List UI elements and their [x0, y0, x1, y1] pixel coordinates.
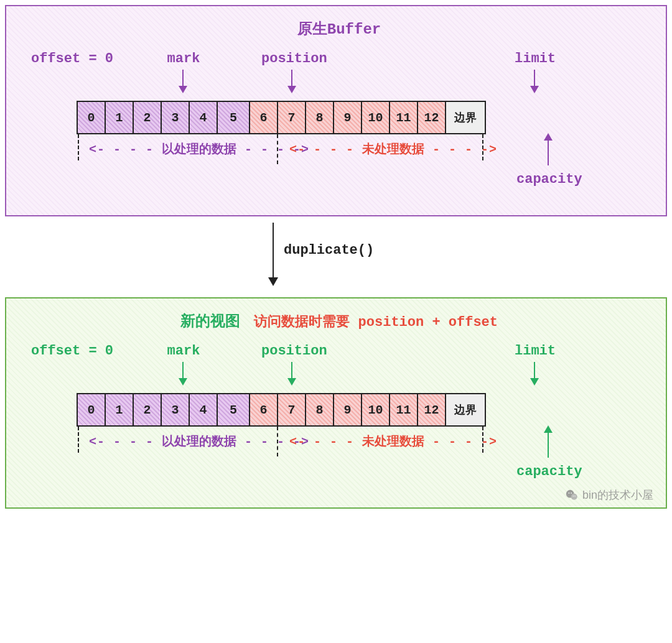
- bottom-position-label: position: [261, 343, 324, 359]
- buffer-cell: 2: [133, 101, 162, 134]
- buffer-cell: 12: [417, 393, 446, 427]
- buffer-cell: 3: [161, 393, 190, 427]
- buffer-boundary-cell: 边界: [445, 393, 486, 427]
- buffer-cell: 5: [217, 101, 250, 134]
- buffer-cell: 11: [389, 101, 418, 134]
- buffer-cell: 3: [161, 101, 190, 134]
- unprocessed-range-label: <- - - - 未处理数据 - - - ->: [289, 141, 476, 157]
- watermark-text: bin的技术小屋: [582, 488, 653, 502]
- svg-point-5: [574, 496, 575, 496]
- wechat-icon: [565, 488, 579, 502]
- buffer-cell: 0: [77, 101, 106, 134]
- svg-point-4: [573, 496, 574, 496]
- arrow-down-icon: [534, 362, 535, 384]
- top-bottom-annotations: <- - - - 以处理的数据 - - - -> <- - - - 未处理数据 …: [78, 134, 647, 197]
- buffer-cell: 10: [361, 101, 390, 134]
- buffer-cell: 12: [417, 101, 446, 134]
- bottom-mark-label: mark: [165, 343, 202, 359]
- buffer-cell: 2: [133, 393, 162, 427]
- buffer-cell: 6: [249, 101, 278, 134]
- top-capacity-label: capacity: [516, 172, 582, 187]
- svg-point-1: [571, 494, 577, 500]
- original-buffer-panel: 原生Buffer offset = 0 mark position limit …: [5, 5, 667, 216]
- top-buffer-cells: 0 1 2 3 4 5 6 7 8 9 10 11 12 边界: [78, 101, 647, 134]
- buffer-cell: 4: [189, 101, 218, 134]
- buffer-cell: 5: [217, 393, 250, 427]
- buffer-cell: 0: [77, 393, 106, 427]
- unprocessed-range-label: <- - - - 未处理数据 - - - ->: [289, 433, 476, 450]
- buffer-cell: 9: [333, 393, 362, 427]
- bottom-capacity-label: capacity: [516, 464, 582, 479]
- top-limit-label: limit: [513, 51, 557, 67]
- bottom-title-row: 新的视图 访问数据时需要 position + offset: [31, 311, 647, 331]
- connector-arrow: duplicate(): [5, 223, 667, 297]
- arrow-down-icon: [182, 70, 184, 92]
- dashed-divider: [78, 134, 79, 160]
- arrow-up-icon: [548, 427, 549, 458]
- arrow-down-icon: [291, 70, 292, 92]
- bottom-title-sub: 访问数据时需要 position + offset: [254, 315, 498, 330]
- buffer-cell: 9: [333, 101, 362, 134]
- svg-point-3: [571, 493, 572, 494]
- bottom-title-main: 新的视图: [180, 313, 240, 330]
- buffer-cell: 7: [277, 101, 306, 134]
- top-mark-label: mark: [165, 51, 202, 67]
- top-position-label: position: [261, 51, 324, 67]
- buffer-cell: 4: [189, 393, 218, 427]
- buffer-cell: 1: [105, 101, 134, 134]
- processed-range-label: <- - - - 以处理的数据 - - - ->: [89, 141, 269, 157]
- arrow-down-icon: [273, 223, 274, 285]
- buffer-cell: 8: [305, 101, 334, 134]
- arrow-down-icon: [534, 70, 535, 92]
- bottom-buffer-cells: 0 1 2 3 4 5 6 7 8 9 10 11 12 边界: [78, 393, 647, 427]
- arrow-down-icon: [291, 362, 292, 384]
- bottom-labels-row: offset = 0 mark position limit: [31, 343, 647, 393]
- buffer-cell: 6: [249, 393, 278, 427]
- buffer-cell: 11: [389, 393, 418, 427]
- buffer-boundary-cell: 边界: [445, 101, 486, 134]
- bottom-bottom-annotations: <- - - - 以处理的数据 - - - -> <- - - - 未处理数据 …: [78, 427, 647, 489]
- watermark: bin的技术小屋: [565, 488, 653, 502]
- bottom-offset-label: offset = 0: [31, 343, 113, 359]
- top-title: 原生Buffer: [31, 19, 647, 39]
- buffer-cell: 7: [277, 393, 306, 427]
- buffer-cell: 1: [105, 393, 134, 427]
- arrow-down-icon: [182, 362, 184, 384]
- bottom-limit-label: limit: [513, 343, 557, 359]
- processed-range-label: <- - - - 以处理的数据 - - - ->: [89, 433, 269, 450]
- top-offset-label: offset = 0: [31, 51, 113, 67]
- svg-point-2: [568, 493, 569, 494]
- top-labels-row: offset = 0 mark position limit: [31, 51, 647, 101]
- dashed-divider: [78, 427, 79, 453]
- arrow-up-icon: [548, 134, 549, 165]
- buffer-cell: 8: [305, 393, 334, 427]
- new-view-panel: 新的视图 访问数据时需要 position + offset offset = …: [5, 297, 667, 509]
- duplicate-label: duplicate(): [284, 243, 374, 258]
- buffer-cell: 10: [361, 393, 390, 427]
